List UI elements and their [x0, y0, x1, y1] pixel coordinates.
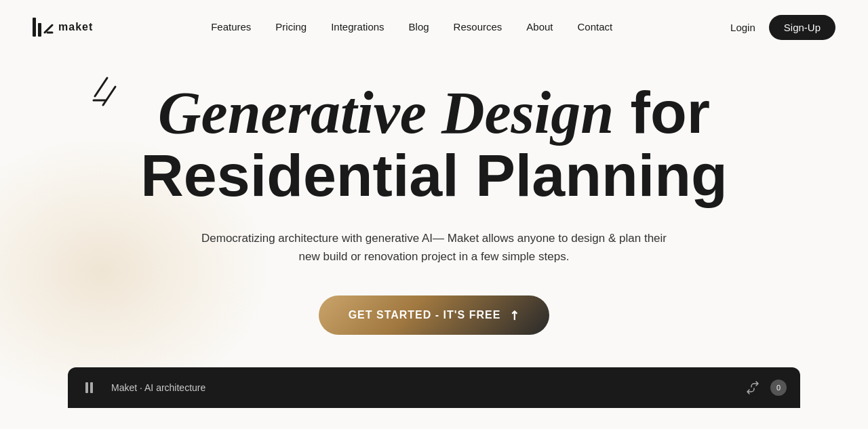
svg-line-0 — [45, 25, 52, 33]
video-title: Maket · AI architecture — [111, 382, 205, 393]
cta-button[interactable]: GET STARTED - IT'S FREE ↗ — [319, 295, 550, 335]
video-controls-right: 0 — [743, 378, 787, 397]
hero-subtitle: Democratizing architecture with generati… — [197, 229, 671, 266]
nav-contact[interactable]: Contact — [578, 21, 613, 33]
signup-button[interactable]: Sign-Up — [769, 15, 835, 40]
video-count-badge: 0 — [770, 380, 787, 396]
video-bar: Maket · AI architecture 0 — [68, 367, 800, 408]
nav-actions: Login Sign-Up — [730, 15, 835, 40]
nav-resources[interactable]: Resources — [454, 21, 502, 33]
hero-section: Generative Design for Residential Planni… — [0, 54, 868, 408]
nav-about[interactable]: About — [526, 21, 553, 33]
logo-link[interactable]: maket — [33, 18, 93, 37]
nav-blog[interactable]: Blog — [409, 21, 429, 33]
hero-title-line2: Residential Planning — [140, 144, 727, 207]
decorative-lines — [81, 75, 122, 115]
nav-pricing[interactable]: Pricing — [275, 21, 307, 33]
login-button[interactable]: Login — [730, 22, 755, 33]
nav-links: Features Pricing Integrations Blog Resou… — [211, 21, 612, 33]
svg-rect-6 — [90, 382, 93, 393]
cta-label: GET STARTED - IT'S FREE — [349, 309, 501, 321]
nav-integrations[interactable]: Integrations — [331, 21, 384, 33]
svg-rect-5 — [85, 382, 88, 393]
logo-icon — [33, 18, 54, 37]
video-play-button[interactable] — [81, 378, 100, 397]
logo-text: maket — [58, 21, 93, 33]
arrow-icon: ↗ — [505, 306, 524, 325]
hero-title-regular: for — [614, 79, 710, 146]
svg-line-2 — [95, 78, 107, 96]
svg-line-3 — [103, 87, 115, 105]
hero-title-italic: Generative Design — [158, 80, 614, 146]
hero-title: Generative Design for Residential Planni… — [140, 81, 727, 207]
nav-features[interactable]: Features — [211, 21, 251, 33]
navbar: maket Features Pricing Integrations Blog… — [0, 0, 868, 54]
logo-arrow-icon — [43, 18, 54, 37]
video-share-button[interactable] — [743, 378, 762, 397]
